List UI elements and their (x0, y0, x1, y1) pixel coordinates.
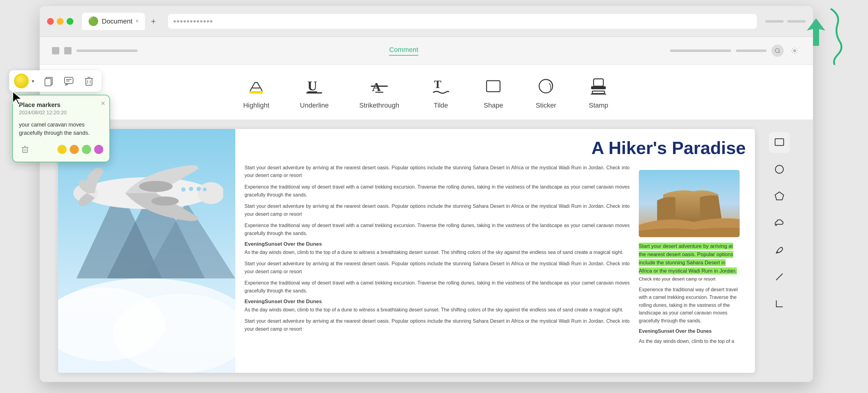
svg-line-37 (776, 274, 782, 280)
sidebar-circle-tool[interactable] (769, 159, 790, 180)
settings-icon[interactable] (788, 44, 801, 57)
sidebar-icon[interactable] (64, 47, 71, 54)
active-tab[interactable]: 🟢 Document × (82, 13, 145, 30)
svg-rect-33 (775, 139, 784, 146)
sidebar-pentagon-tool[interactable] (769, 186, 790, 207)
article-paragraph-9: Start your desert adventure by arriving … (245, 317, 630, 333)
browser-window: 🟢 Document × + ●●●●●●●●●●●● Comment (40, 6, 813, 382)
highlighted-text-span: Start your desert adventure by arriving … (639, 243, 737, 275)
new-tab-button[interactable]: + (147, 15, 159, 28)
highlighted-section: Start your desert adventure by arriving … (639, 242, 740, 345)
article-paragraph-3: Start your desert adventure by arriving … (245, 202, 630, 218)
article-paragraph-4: Experience the traditional way of desert… (245, 221, 630, 237)
sidebar-pen-tool[interactable] (769, 240, 790, 260)
close-button[interactable] (47, 18, 54, 25)
menu-icon[interactable] (52, 47, 59, 54)
color-palette (58, 145, 103, 154)
highlight-tool[interactable]: Highlight (243, 75, 270, 110)
article-paragraph-5: As the day winds down, climb to the top … (245, 248, 630, 256)
comment-body[interactable]: your camel caravan moves gracefully thro… (19, 121, 103, 137)
svg-point-27 (151, 196, 179, 206)
svg-rect-13 (591, 86, 606, 89)
svg-point-24 (197, 182, 223, 204)
svg-point-26 (139, 181, 173, 192)
underline-tool[interactable]: U Underline (300, 75, 329, 110)
app-toolbar: Comment (40, 37, 813, 65)
stamp-tool[interactable]: Stamp (587, 75, 610, 110)
comment-delete-button[interactable] (19, 143, 31, 156)
tab-logo-icon: 🟢 (88, 16, 99, 26)
address-text: ●●●●●●●●●●●● (173, 18, 213, 25)
highlight-label: Highlight (243, 101, 270, 110)
color-green[interactable] (82, 145, 91, 154)
copy-tool-button[interactable] (41, 73, 56, 89)
post-highlight-text: Check into your desert camp or resort (639, 276, 715, 281)
stamp-icon (587, 75, 610, 97)
color-dropdown-arrow[interactable]: ▾ (30, 78, 36, 84)
article-title: A Hiker's Paradise (245, 138, 746, 158)
toolbar-placeholder-3 (736, 50, 767, 52)
article-paragraph-1: Start your desert adventure by arriving … (245, 164, 630, 179)
highlighted-paragraph: Start your desert adventure by arriving … (639, 242, 740, 283)
floating-toolbar: ▾ (9, 70, 101, 92)
color-purple[interactable] (94, 145, 103, 154)
svg-rect-39 (45, 79, 51, 86)
article-subtitle-1: EveningSunset Over the Dunes (245, 241, 630, 247)
color-yellow[interactable] (58, 145, 67, 154)
svg-text:T: T (434, 78, 441, 90)
shape-label: Shape (484, 101, 503, 110)
shape-tool[interactable]: Shape (482, 75, 504, 110)
comment-tab[interactable]: Comment (389, 46, 418, 56)
color-marker-group: ▾ (14, 74, 36, 88)
tilde-label: Tilde (434, 101, 448, 110)
sticker-icon (535, 75, 557, 97)
sidebar-line-tool[interactable] (769, 267, 790, 287)
nav-placeholder (765, 20, 784, 23)
sidebar-cloud-tool[interactable] (769, 213, 790, 234)
sticker-tool[interactable]: Sticker (535, 75, 557, 110)
tab-bar: 🟢 Document × + (82, 13, 159, 30)
search-icon[interactable] (771, 44, 784, 57)
tab-close-icon[interactable]: × (135, 18, 139, 25)
comment-tool-button[interactable] (61, 73, 76, 89)
color-orange[interactable] (70, 145, 79, 154)
tilde-tool[interactable]: T Tilde (430, 75, 452, 110)
svg-point-29 (189, 187, 193, 191)
svg-text:A: A (372, 80, 381, 94)
svg-rect-10 (487, 81, 500, 92)
svg-point-34 (775, 165, 783, 173)
traffic-lights (47, 18, 73, 25)
svg-point-0 (775, 48, 779, 52)
address-bar[interactable]: ●●●●●●●●●●●● (168, 14, 757, 29)
doc-text-area: A Hiker's Paradise Start your desert adv… (235, 129, 755, 373)
toolbar-placeholder-1 (76, 50, 137, 52)
svg-rect-40 (64, 77, 73, 84)
sidebar-rectangle-tool[interactable] (769, 132, 790, 153)
toolbar-right (670, 44, 801, 57)
svg-rect-12 (593, 79, 603, 86)
svg-point-31 (203, 188, 207, 191)
color-marker-button[interactable] (14, 74, 29, 88)
browser-toolbar-icons (765, 20, 806, 23)
article-subtitle-2: EveningSunset Over the Dunes (245, 299, 630, 305)
sidebar-corner-tool[interactable] (769, 293, 790, 314)
svg-rect-3 (249, 91, 263, 93)
maximize-button[interactable] (67, 18, 73, 25)
browser-chrome: 🟢 Document × + ●●●●●●●●●●●● (40, 6, 813, 37)
svg-marker-35 (775, 192, 784, 200)
shape-icon (482, 75, 504, 97)
annotation-toolbar: Highlight U Underline A Strikethrough (40, 65, 813, 120)
article-paragraph-2: Experience the traditional way of desert… (245, 183, 630, 199)
tilde-icon: T (430, 75, 452, 97)
underline-icon: U (303, 75, 325, 97)
delete-tool-button[interactable] (81, 73, 97, 89)
right-col-para-1: Experience the traditional way of desert… (639, 286, 740, 325)
svg-rect-43 (86, 79, 92, 85)
minimize-button[interactable] (57, 18, 64, 25)
comment-date: 2024/08/02 12:20:20 (19, 110, 103, 116)
strikethrough-tool[interactable]: A Strikethrough (359, 75, 399, 110)
underline-label: Underline (300, 101, 329, 110)
article-paragraph-7: Experience the traditional way of desert… (245, 279, 630, 295)
document-page: A Hiker's Paradise Start your desert adv… (58, 129, 755, 373)
comment-close-button[interactable]: × (101, 99, 105, 108)
